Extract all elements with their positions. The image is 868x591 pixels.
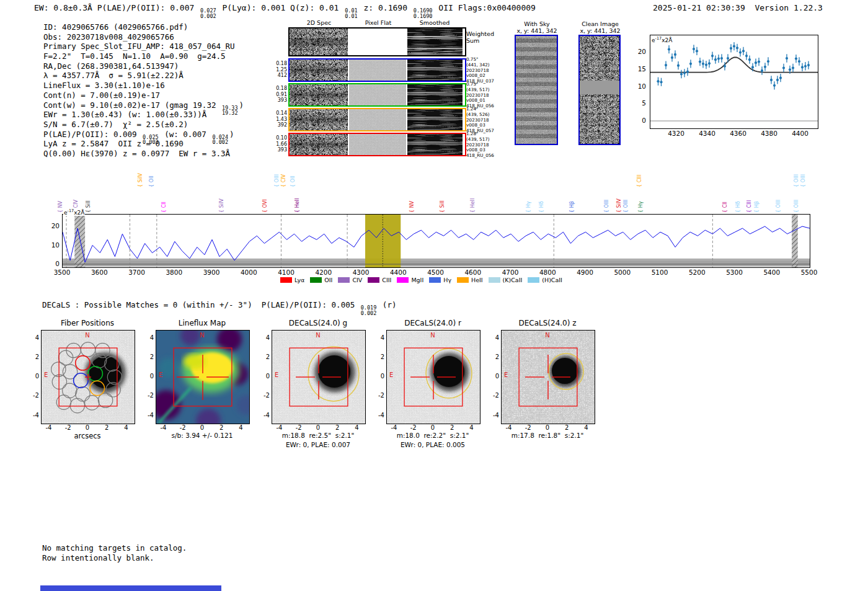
legend-item: CIV bbox=[338, 277, 362, 283]
text-segment: LyA z = 2.5847 OII z = 0.1690 bbox=[43, 139, 184, 148]
text-segment: EWr = 1.30(±0.43) (w: 1.00(±0.33))Å bbox=[43, 110, 206, 119]
legend-swatch bbox=[429, 277, 441, 283]
panel-title: Lineflux Map bbox=[156, 319, 249, 327]
emission-line-label-SiIV: { SiIV bbox=[616, 198, 622, 213]
spectrum-legend: LyαOIICIVCIIIMgIIHγHeII(K)CaII(H)CaII bbox=[280, 277, 562, 283]
cutout-column-header: 2D Spec bbox=[290, 19, 348, 26]
text-segment: Cont(n) = 7.00(±0.19)e-17 bbox=[43, 91, 160, 100]
panel-x-tick: 4 bbox=[351, 424, 363, 431]
legend-label: (K)CaII bbox=[503, 277, 523, 283]
cutout-row bbox=[288, 108, 466, 131]
panel-y-tick: -4 bbox=[141, 412, 154, 419]
info-line: ID: 4029065766 (4029065766.pdf) bbox=[43, 22, 244, 32]
cutout-column-header: Pixel Flat bbox=[351, 19, 405, 26]
spectrum-x-tick: 5100 bbox=[647, 269, 672, 276]
with-sky-coords: x, y: 441, 342 bbox=[507, 27, 567, 34]
text-segment: S/N = 6.7(±0.7) χ² = 2.5(±0.2) bbox=[43, 120, 188, 129]
panel-y-tick: 2 bbox=[372, 353, 384, 360]
cutout-left-value: 0.18 bbox=[273, 86, 287, 92]
inset-plot-area bbox=[650, 35, 818, 129]
inset-x-tick: 4380 bbox=[757, 130, 782, 137]
cutout-row bbox=[288, 133, 466, 156]
emission-line-label-OIII: { OIII bbox=[274, 174, 280, 187]
panel-y-tick: 0 bbox=[27, 373, 39, 380]
panel-x-tick: 4 bbox=[466, 424, 478, 431]
decals-g-svg bbox=[272, 331, 365, 424]
inset-x-tick: 4320 bbox=[664, 130, 689, 137]
footer-note: No matching targets in catalog.Row inten… bbox=[42, 543, 187, 562]
clean-image bbox=[578, 35, 621, 145]
spectrum-x-tick: 3800 bbox=[162, 269, 187, 276]
report-timestamp: 2025-01-21 02:30:39 bbox=[653, 3, 745, 12]
spacer bbox=[745, 3, 755, 12]
legend-label: CIV bbox=[352, 277, 362, 283]
compass-north-label: N bbox=[41, 332, 134, 339]
cutout-right-value: 418_RU_056 bbox=[466, 153, 494, 159]
info-line: Primary Spec_Slot_IFU_AMP: 418_057_064_R… bbox=[43, 42, 244, 51]
emission-line-label-OVI: { OVI bbox=[262, 199, 268, 213]
panel-y-tick: -2 bbox=[372, 392, 384, 399]
stacked-fraction: 0.0240.002 bbox=[212, 135, 228, 145]
emission-line-label-NV: { NV bbox=[58, 201, 63, 213]
elixer-report-page: { "header": { "left_segments": [ {"t":"E… bbox=[0, 0, 868, 591]
emission-line-label-SiIV: { SiIV bbox=[138, 173, 143, 187]
panel-y-tick: 4 bbox=[257, 334, 270, 341]
footer-line-1: No matching targets in catalog. bbox=[42, 543, 187, 553]
panel-x-tick: -2 bbox=[62, 424, 74, 431]
legend-item: Lyα bbox=[280, 277, 304, 283]
emission-line-label-OII: { OII bbox=[290, 176, 296, 187]
panel-x-tick: -2 bbox=[407, 424, 420, 431]
panel-y-tick: 0 bbox=[372, 373, 384, 380]
lineflux-map-svg bbox=[156, 331, 249, 424]
inset-y-tick: 15 bbox=[631, 65, 646, 73]
info-line: Q(0.00) Hε(3970) z = 0.0977 EW r = 3.3Å bbox=[43, 149, 244, 159]
panel-y-tick: 2 bbox=[27, 353, 39, 360]
cutout-image-dark bbox=[290, 60, 348, 81]
cutout-image-streak bbox=[407, 84, 463, 105]
inset-y-tick: 5 bbox=[631, 99, 646, 107]
panel-x-tick: 2 bbox=[100, 424, 113, 431]
emission-line-label-Hδ: { Hδ bbox=[539, 201, 544, 213]
text-segment: Q(0.00) Hε(3970) z = 0.0977 EW r = 3.3Å bbox=[43, 149, 230, 158]
cutout-left-value: 0.91 bbox=[273, 92, 287, 98]
fraction-lower: 19.32 bbox=[222, 110, 238, 116]
cutout-left-value: 393 bbox=[273, 97, 287, 104]
lineflux-caption: s/b: 3.94 +/- 0.121 bbox=[135, 432, 270, 439]
cutout-left-value: 392 bbox=[273, 122, 287, 128]
compass-east-label: E bbox=[275, 371, 278, 378]
cutout-left-value: 0.18 bbox=[273, 61, 287, 67]
cutout-left-value: 0.14 bbox=[273, 110, 287, 117]
text-segment: ) bbox=[239, 100, 244, 110]
cutout-image-dark bbox=[290, 84, 348, 105]
legend-item: CIII bbox=[368, 277, 391, 283]
spectrum-x-tick: 4500 bbox=[423, 269, 448, 276]
cutout-left-labels: 0.101.66393 bbox=[273, 135, 287, 153]
spectrum-x-tick: 3500 bbox=[50, 269, 74, 276]
legend-swatch bbox=[368, 277, 379, 283]
legend-item: HeII bbox=[457, 277, 483, 283]
text-segment: Primary Spec_Slot_IFU_AMP: 418_057_064_R… bbox=[43, 42, 235, 51]
text-segment: RA,Dec (268.390381,64.513947) bbox=[43, 61, 179, 71]
panel-y-tick: 0 bbox=[487, 373, 499, 380]
inset-y-tick: 0 bbox=[631, 117, 646, 124]
with-sky-title: With Skyx, y: 441, 342 bbox=[507, 20, 567, 34]
clean-image-title-text: Clean Image bbox=[570, 20, 630, 27]
spectrum-x-tick: 3900 bbox=[199, 269, 224, 276]
info-line: P(LAE)/P(OII): 0.009 0.0250.003 (w: 0.00… bbox=[43, 130, 244, 140]
text-segment: P(Lyα): 0.001 Q(z): 0.01 bbox=[218, 3, 344, 12]
legend-label: Hγ bbox=[443, 277, 451, 283]
legend-swatch bbox=[457, 277, 469, 283]
cutout-left-value: 393 bbox=[273, 147, 287, 153]
decals-z-image bbox=[501, 330, 595, 424]
info-line: Cont(w) = 9.10(±0.02)e-17 (gmag 19.32 19… bbox=[43, 100, 244, 110]
spectrum-x-tick: 4200 bbox=[311, 269, 336, 276]
legend-item: MgII bbox=[397, 277, 423, 283]
lineflux-map-image bbox=[156, 330, 250, 424]
panel-x-tick: 0 bbox=[427, 424, 439, 431]
spectrum-x-tick: 4800 bbox=[535, 269, 560, 276]
emission-line-label-OII: { OII bbox=[149, 176, 154, 187]
legend-label: OII bbox=[324, 277, 332, 283]
panel-x-tick: -4 bbox=[273, 424, 286, 431]
panel-y-tick: 2 bbox=[487, 353, 499, 360]
clean-noise-image bbox=[580, 36, 619, 144]
